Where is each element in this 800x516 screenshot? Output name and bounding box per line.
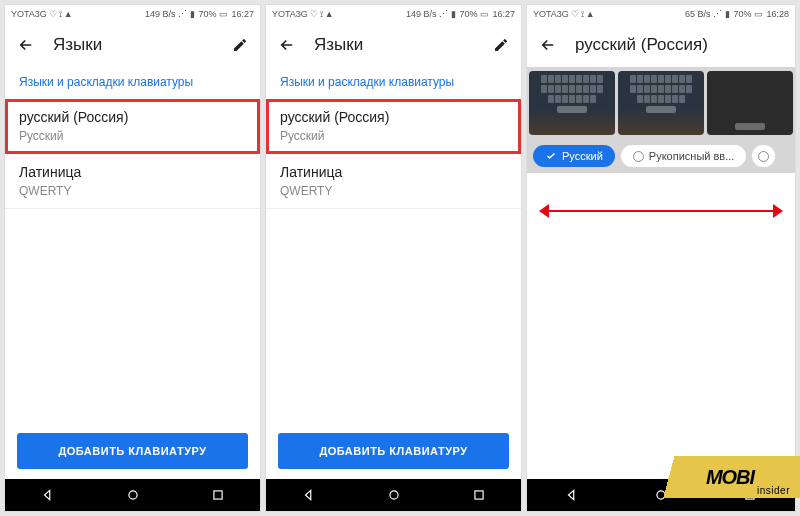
language-item-russian[interactable]: русский (Россия) Русский: [5, 99, 260, 154]
chip-label: Русский: [562, 150, 603, 162]
battery-pct: 70%: [733, 9, 751, 19]
location-icon: ⟟: [581, 9, 584, 20]
language-title: Латиница: [19, 164, 246, 180]
check-icon: [545, 150, 557, 162]
language-subtitle: QWERTY: [280, 184, 507, 198]
location-icon: ⟟: [320, 9, 323, 20]
language-title: Латиница: [280, 164, 507, 180]
nav-home-icon[interactable]: [126, 488, 140, 502]
signal-bars-icon: ▮: [725, 9, 730, 19]
watermark-brand: MOBI: [706, 466, 754, 489]
carrier-label: YOTA3G: [272, 9, 308, 19]
android-nav-bar: [5, 479, 260, 511]
clock: 16:27: [231, 9, 254, 19]
add-keyboard-button[interactable]: ДОБАВИТЬ КЛАВИАТУРУ: [17, 433, 248, 469]
phone-screen-3: YOTA3G ♡ ⟟ ▲ 65 B/s ⋰ ▮ 70% ▭ 16:28 русс…: [526, 4, 796, 512]
language-subtitle: Русский: [19, 129, 246, 143]
section-link[interactable]: Языки и раскладки клавиатуры: [5, 67, 260, 99]
layout-chip-handwriting[interactable]: Рукописный вв...: [621, 145, 747, 167]
signal-bars-icon: ▮: [190, 9, 195, 19]
svg-point-2: [389, 491, 397, 499]
radio-icon: [758, 151, 769, 162]
battery-pct: 70%: [459, 9, 477, 19]
battery-icon: ▭: [754, 9, 763, 19]
watermark-badge: MOBI insider: [660, 456, 800, 498]
net-speed: 65 B/s: [685, 9, 711, 19]
carrier-label: YOTA3G: [11, 9, 47, 19]
net-speed: 149 B/s: [406, 9, 437, 19]
language-title: русский (Россия): [19, 109, 246, 125]
signal-icon: ▲: [325, 9, 334, 19]
language-item-latin[interactable]: Латиница QWERTY: [266, 154, 521, 209]
nav-back-icon[interactable]: [302, 488, 316, 502]
keyboard-theme-carousel[interactable]: [527, 67, 795, 139]
clock: 16:27: [492, 9, 515, 19]
heart-icon: ♡: [571, 9, 579, 19]
status-bar: YOTA3G ♡ ⟟ ▲ 149 B/s ⋰ ▮ 70% ▭ 16:27: [266, 5, 521, 23]
keyboard-theme-thumbnail[interactable]: [707, 71, 793, 135]
nav-recent-icon[interactable]: [211, 488, 225, 502]
battery-icon: ▭: [480, 9, 489, 19]
battery-icon: ▭: [219, 9, 228, 19]
heart-icon: ♡: [310, 9, 318, 19]
layout-chip-more[interactable]: [752, 145, 775, 167]
layout-chip-russian[interactable]: Русский: [533, 145, 615, 167]
heart-icon: ♡: [49, 9, 57, 19]
nav-home-icon[interactable]: [387, 488, 401, 502]
svg-rect-3: [474, 491, 482, 499]
edit-pencil-icon[interactable]: [232, 37, 248, 53]
svg-point-0: [128, 491, 136, 499]
language-subtitle: QWERTY: [19, 184, 246, 198]
radio-icon: [633, 151, 644, 162]
location-icon: ⟟: [59, 9, 62, 20]
android-nav-bar: [266, 479, 521, 511]
clock: 16:28: [766, 9, 789, 19]
language-item-latin[interactable]: Латиница QWERTY: [5, 154, 260, 209]
header: Языки: [5, 23, 260, 67]
header: русский (Россия): [527, 23, 795, 67]
wifi-icon: ⋰: [713, 9, 722, 19]
nav-recent-icon[interactable]: [472, 488, 486, 502]
status-bar: YOTA3G ♡ ⟟ ▲ 65 B/s ⋰ ▮ 70% ▭ 16:28: [527, 5, 795, 23]
watermark-sub: insider: [757, 485, 790, 496]
net-speed: 149 B/s: [145, 9, 176, 19]
back-arrow-icon[interactable]: [539, 36, 557, 54]
battery-pct: 70%: [198, 9, 216, 19]
wifi-icon: ⋰: [439, 9, 448, 19]
carrier-label: YOTA3G: [533, 9, 569, 19]
signal-icon: ▲: [64, 9, 73, 19]
signal-bars-icon: ▮: [451, 9, 456, 19]
swipe-hint-arrow: [527, 201, 795, 221]
language-subtitle: Русский: [280, 129, 507, 143]
nav-back-icon[interactable]: [565, 488, 579, 502]
svg-rect-1: [213, 491, 221, 499]
add-keyboard-button[interactable]: ДОБАВИТЬ КЛАВИАТУРУ: [278, 433, 509, 469]
back-arrow-icon[interactable]: [278, 36, 296, 54]
keyboard-theme-thumbnail[interactable]: [618, 71, 704, 135]
header: Языки: [266, 23, 521, 67]
phone-screen-2: YOTA3G ♡ ⟟ ▲ 149 B/s ⋰ ▮ 70% ▭ 16:27 Язы…: [265, 4, 522, 512]
arrow-right-icon: [773, 204, 783, 218]
language-title: русский (Россия): [280, 109, 507, 125]
keyboard-theme-thumbnail[interactable]: [529, 71, 615, 135]
page-title: Языки: [53, 35, 102, 55]
language-item-russian[interactable]: русский (Россия) Русский: [266, 99, 521, 154]
edit-pencil-icon[interactable]: [493, 37, 509, 53]
page-title: Языки: [314, 35, 363, 55]
page-title: русский (Россия): [575, 35, 708, 55]
layout-chips-row: Русский Рукописный вв...: [527, 139, 795, 173]
signal-icon: ▲: [586, 9, 595, 19]
chip-label: Рукописный вв...: [649, 150, 735, 162]
status-bar: YOTA3G ♡ ⟟ ▲ 149 B/s ⋰ ▮ 70% ▭ 16:27: [5, 5, 260, 23]
wifi-icon: ⋰: [178, 9, 187, 19]
nav-back-icon[interactable]: [41, 488, 55, 502]
phone-screen-1: YOTA3G ♡ ⟟ ▲ 149 B/s ⋰ ▮ 70% ▭ 16:27 Язы…: [4, 4, 261, 512]
back-arrow-icon[interactable]: [17, 36, 35, 54]
section-link[interactable]: Языки и раскладки клавиатуры: [266, 67, 521, 99]
